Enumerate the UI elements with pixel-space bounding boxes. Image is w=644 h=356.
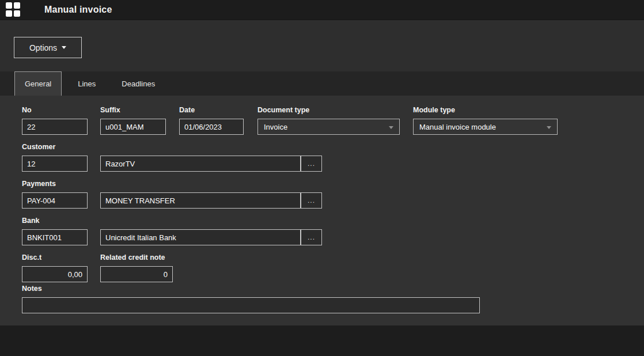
manual-invoice-window: Manual invoice Options General Lines Dea… — [0, 0, 644, 356]
discount-label: Disc.t — [22, 253, 41, 262]
customer-label: Customer — [22, 143, 55, 151]
related-credit-note-label: Related credit note — [100, 253, 165, 262]
payments-label: Payments — [22, 180, 56, 188]
tab-deadlines[interactable]: Deadlines — [112, 71, 165, 96]
payments-lookup-button[interactable]: ... — [301, 192, 322, 209]
notes-input[interactable] — [22, 297, 480, 313]
grid-square — [14, 2, 20, 9]
topbar: Manual invoice — [0, 0, 644, 20]
chevron-down-icon — [389, 126, 393, 129]
options-button-label: Options — [29, 43, 57, 52]
caret-down-icon — [62, 46, 66, 49]
related-credit-note-input[interactable] — [100, 266, 173, 282]
module-type-label: Module type — [413, 106, 455, 114]
footer-bar — [0, 325, 644, 356]
document-type-select[interactable]: Invoice — [257, 119, 400, 135]
tab-deadlines-label: Deadlines — [122, 79, 155, 88]
payments-name-input[interactable] — [100, 192, 301, 209]
tab-lines[interactable]: Lines — [68, 71, 105, 96]
tab-bar: General Lines Deadlines — [0, 71, 644, 96]
document-type-value: Invoice — [264, 123, 287, 131]
tab-general-label: General — [25, 79, 51, 88]
apps-grid-icon[interactable] — [6, 2, 21, 17]
bank-lookup-button[interactable]: ... — [301, 229, 322, 245]
payments-code-input[interactable] — [22, 192, 88, 209]
page-title: Manual invoice — [44, 5, 112, 15]
options-button[interactable]: Options — [14, 37, 82, 58]
grid-square — [14, 10, 20, 17]
module-type-select[interactable]: Manual invoice module — [413, 119, 558, 135]
document-type-label: Document type — [257, 106, 309, 114]
notes-label: Notes — [22, 285, 42, 293]
no-label: No — [22, 106, 32, 114]
discount-input[interactable] — [22, 266, 88, 282]
toolbar: Options — [0, 21, 644, 71]
customer-code-input[interactable] — [22, 156, 88, 172]
module-type-value: Manual invoice module — [419, 123, 496, 131]
suffix-label: Suffix — [100, 106, 120, 114]
bank-label: Bank — [22, 217, 40, 225]
date-label: Date — [179, 106, 195, 114]
customer-name-input[interactable] — [100, 156, 301, 172]
date-input[interactable] — [179, 119, 244, 135]
tab-general[interactable]: General — [14, 71, 62, 96]
bank-name-input[interactable] — [100, 229, 301, 245]
bank-code-input[interactable] — [22, 229, 88, 245]
no-input[interactable] — [22, 119, 88, 135]
chevron-down-icon — [547, 126, 551, 129]
grid-square — [6, 2, 12, 9]
general-tab-panel: No Suffix Date Document type Module type… — [0, 96, 644, 325]
suffix-input[interactable] — [100, 119, 166, 135]
tab-lines-label: Lines — [78, 79, 96, 88]
grid-square — [6, 10, 12, 17]
customer-lookup-button[interactable]: ... — [301, 156, 322, 172]
